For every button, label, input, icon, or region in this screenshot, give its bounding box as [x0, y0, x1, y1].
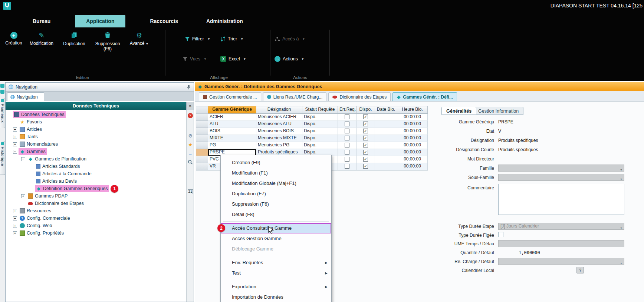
- checkbox-checked-icon[interactable]: ✓: [363, 143, 368, 147]
- cell-statut[interactable]: Dispo.: [302, 142, 338, 149]
- checkbox-unchecked-icon[interactable]: [345, 115, 349, 119]
- row-selector[interactable]: [196, 135, 208, 142]
- tree-item-nomenclatures[interactable]: + Nomenclatures: [6, 140, 186, 148]
- tree-item-gammes[interactable]: − ◆Gammes: [6, 148, 186, 155]
- cell-statut[interactable]: Dispo.: [302, 121, 338, 128]
- tab-bureau[interactable]: Bureau: [29, 15, 54, 27]
- cell-statut[interactable]: Dispo.: [302, 135, 338, 142]
- expander-plus-icon[interactable]: +: [13, 216, 17, 220]
- col-err-req[interactable]: Err.Req.: [338, 106, 356, 114]
- filtrer-button[interactable]: Filtrer ▼: [185, 35, 210, 43]
- cell-date-blo[interactable]: [375, 114, 397, 121]
- panel-toggle-icon[interactable]: [0, 84, 4, 88]
- table-row[interactable]: PG Menuiseries PG Dispo. ✓ 00:00:00: [196, 142, 428, 149]
- expander-plus-icon[interactable]: +: [13, 231, 17, 235]
- checkbox-checked-icon[interactable]: ✓: [363, 115, 368, 119]
- modification-button[interactable]: ✎ Modification: [25, 30, 58, 58]
- navigation-tab[interactable]: Navigation: [7, 92, 44, 101]
- tree-item-articles-a-la-commande[interactable]: Articles à la Commande: [6, 170, 186, 177]
- pointer-icon[interactable]: →: [188, 151, 193, 156]
- historique-tab[interactable]: Historique: [0, 141, 5, 175]
- panel-toggle-icon[interactable]: [0, 90, 4, 94]
- cell-date-blo[interactable]: [375, 149, 397, 156]
- table-row[interactable]: ACIER Menuiseries ACIER Dispo. ✓ 00:00:0…: [196, 114, 428, 121]
- trier-button[interactable]: Trier ▼: [220, 35, 243, 43]
- checkbox-unchecked-icon[interactable]: [345, 143, 349, 147]
- cell-designation[interactable]: Menuiseries PG: [256, 142, 302, 149]
- menu-item-creation[interactable]: Création (F9): [221, 157, 331, 168]
- ume-temps-field[interactable]: [498, 240, 624, 247]
- expander-plus-icon[interactable]: +: [13, 142, 17, 146]
- cell-gamme[interactable]: ACIER: [208, 114, 256, 121]
- tree-item-config-commerciale[interactable]: + ?Config. Commerciale: [6, 215, 186, 222]
- expand-panel-button[interactable]: »: [186, 102, 194, 110]
- menu-item-detail[interactable]: Détail (F8): [221, 209, 331, 220]
- tab-dictionnaire-des-etapes[interactable]: Dictionnaire des Etapes: [328, 92, 391, 101]
- checkbox-unchecked-icon[interactable]: [345, 157, 349, 162]
- col-statut-requete[interactable]: Statut Requête: [302, 106, 338, 114]
- expander-minus-icon[interactable]: −: [13, 150, 17, 154]
- menu-item-test[interactable]: Test▶: [221, 268, 331, 278]
- settings-icon[interactable]: ⚙: [188, 133, 193, 139]
- cell-gamme[interactable]: PG: [208, 142, 256, 149]
- checkbox-unchecked-icon[interactable]: [345, 129, 349, 133]
- row-selector[interactable]: [196, 128, 208, 135]
- table-row[interactable]: ALU Menuiseries ALU Dispo. ✓ 00:00:00: [196, 121, 428, 128]
- expander-minus-icon[interactable]: −: [21, 157, 25, 161]
- checkbox-checked-icon[interactable]: ✓: [363, 136, 368, 140]
- favorites-icon[interactable]: ★: [188, 142, 193, 147]
- tree-item-favoris[interactable]: ★Favoris: [6, 118, 186, 126]
- cell-date-blo[interactable]: [375, 128, 397, 135]
- clear-filter-icon[interactable]: ×: [188, 113, 193, 118]
- checkbox-checked-icon[interactable]: ✓: [363, 129, 368, 133]
- menu-item-acces-gestion-gamme[interactable]: Accès Gestion Gamme: [221, 233, 331, 244]
- tree-item-config-proprietes[interactable]: + Config. Propriétés: [6, 229, 186, 237]
- tab-gammes-generiques[interactable]: ◆ Gammes Génér. : Défi...: [392, 92, 457, 101]
- menu-item-env-requetes[interactable]: Env. Requêtes▶: [221, 258, 331, 268]
- tree-item-gammes-de-planification[interactable]: − ◆Gammes de Planification: [6, 155, 186, 163]
- cell-designation[interactable]: Menuiseries BOIS: [256, 128, 302, 135]
- row-selector[interactable]: [196, 114, 208, 121]
- tab-administration[interactable]: Administration: [203, 15, 247, 27]
- row-selector[interactable]: [196, 156, 208, 163]
- expander-plus-icon[interactable]: +: [21, 194, 25, 198]
- table-row[interactable]: MIXTE Menuiseries MIXTE Dispo. ✓ 00:00:0…: [196, 135, 428, 142]
- sort-z-icon[interactable]: Z1: [188, 189, 193, 194]
- row-selector[interactable]: [196, 149, 208, 156]
- menu-item-duplication[interactable]: Duplication (F7): [221, 189, 331, 199]
- calendrier-local-button[interactable]: ?: [576, 267, 584, 273]
- duplication-button[interactable]: Duplication: [58, 30, 91, 58]
- row-selector[interactable]: [196, 121, 208, 128]
- tree-item-tarifs[interactable]: + Tarifs: [6, 133, 186, 140]
- tree-item-articles-standards[interactable]: Articles Standards: [6, 163, 186, 170]
- cell-date-blo[interactable]: [375, 163, 397, 170]
- cell-designation[interactable]: Menuiseries ACIER: [256, 114, 302, 121]
- pin-icon[interactable]: [187, 84, 191, 90]
- checkbox-checked-icon[interactable]: ✓: [363, 164, 368, 169]
- cell-statut[interactable]: Dispo.: [302, 114, 338, 121]
- tree-item-definition-gammes-generiques[interactable]: ◆Définition Gammes Génériques 1: [6, 185, 186, 192]
- suppression-button[interactable]: Suppression (F6): [91, 30, 125, 58]
- cell-designation[interactable]: Menuiseries ALU: [256, 121, 302, 128]
- checkbox-checked-icon[interactable]: ✓: [363, 122, 368, 126]
- tree-item-gammes-pdap[interactable]: + Gammes PDAP: [6, 192, 186, 200]
- actions-button[interactable]: → Actions ▼: [275, 55, 304, 63]
- sous-famille-select[interactable]: ▼: [498, 174, 624, 181]
- cell-date-blo[interactable]: [375, 135, 397, 142]
- cell-date-blo[interactable]: [375, 142, 397, 149]
- checkbox-unchecked-icon[interactable]: [345, 136, 349, 140]
- menu-item-modification-globale[interactable]: Modification Globale (Maj+F1): [221, 178, 331, 189]
- expander-plus-icon[interactable]: +: [13, 224, 17, 228]
- cell-gamme[interactable]: BOIS: [208, 128, 256, 135]
- cell-designation[interactable]: Menuiseries MIXTE: [256, 135, 302, 142]
- col-gamme-generique[interactable]: Gamme Générique: [208, 106, 256, 114]
- menu-item-importation-de-donnees[interactable]: Importation de Données: [221, 292, 331, 302]
- table-row[interactable]: BOIS Menuiseries BOIS Dispo. ✓ 00:00:00: [196, 128, 428, 135]
- famille-select[interactable]: ▼: [498, 165, 624, 172]
- tree-item-articles[interactable]: + Articles: [6, 126, 186, 133]
- cell-gamme[interactable]: ALU: [208, 121, 256, 128]
- checkbox-unchecked-icon[interactable]: [345, 122, 349, 126]
- cell-date-blo[interactable]: [375, 156, 397, 163]
- tab-gestion-information[interactable]: Gestion Information: [473, 107, 523, 115]
- type-duree-figee-checkbox[interactable]: [498, 232, 503, 237]
